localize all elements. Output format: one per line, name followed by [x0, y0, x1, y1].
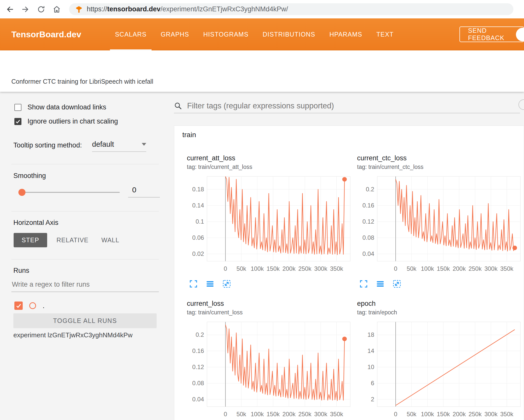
url-domain: tensorboard.dev: [107, 5, 161, 13]
chart-title: epoch: [357, 299, 522, 308]
axis-relative-button[interactable]: RELATIVE: [56, 233, 89, 247]
svg-text:200k: 200k: [453, 265, 466, 272]
reload-icon[interactable]: [35, 4, 47, 15]
main-pane: train current_att_losstag: train/current…: [165, 92, 524, 420]
current_ctc_loss-plot[interactable]: 0.040.080.120.160.2050k100k150k200k250k3…: [357, 174, 522, 275]
svg-text:50k: 50k: [237, 265, 247, 272]
run-row: .: [14, 302, 45, 310]
chart-card-current_ctc_loss: current_ctc_losstag: train/current_ctc_l…: [357, 154, 522, 288]
tab-text[interactable]: TEXT: [369, 18, 401, 50]
svg-text:300k: 300k: [314, 411, 328, 417]
current_att_loss-plot[interactable]: 0.020.060.10.140.18050k100k150k200k250k3…: [187, 174, 352, 275]
page: https://tensorboard.dev/experiment/lzGnE…: [0, 0, 524, 420]
svg-text:14: 14: [367, 347, 374, 354]
home-icon[interactable]: [51, 4, 63, 15]
tab-distributions[interactable]: DISTRIBUTIONS: [256, 18, 323, 50]
runs-label: Runs: [13, 267, 29, 275]
chart-title: current_att_loss: [187, 154, 352, 162]
svg-text:100k: 100k: [421, 265, 434, 272]
svg-text:0.02: 0.02: [192, 250, 204, 257]
svg-text:0.14: 0.14: [192, 202, 204, 209]
experiment-header: Conformer CTC training for LibriSpeech w…: [0, 50, 524, 92]
svg-text:0.08: 0.08: [192, 380, 204, 386]
filter-tags-input[interactable]: [187, 101, 520, 111]
ignore-outliers-checkbox[interactable]: [14, 118, 21, 125]
expand-card-icon[interactable]: [359, 279, 368, 288]
svg-text:250k: 250k: [469, 265, 482, 272]
toggle-series-icon[interactable]: [376, 279, 385, 288]
svg-text:0.1: 0.1: [196, 218, 204, 225]
svg-text:50k: 50k: [407, 411, 417, 417]
svg-text:300k: 300k: [484, 411, 498, 417]
tab-scalars[interactable]: SCALARS: [108, 18, 154, 50]
svg-text:0.2: 0.2: [366, 186, 374, 193]
url-bar[interactable]: https://tensorboard.dev/experiment/lzGnE…: [69, 3, 513, 15]
svg-text:6: 6: [371, 380, 374, 386]
runs-filter-input[interactable]: [11, 280, 160, 289]
svg-text:100k: 100k: [251, 265, 264, 272]
chart-tag: tag: train/current_att_loss: [187, 164, 352, 170]
chart-card-current_loss: current_losstag: train/current_loss0.040…: [187, 299, 352, 420]
url-scheme: https://: [87, 5, 107, 13]
show-download-links-row: Show data download links: [14, 103, 106, 111]
brand-title: TensorBoard.dev: [11, 18, 81, 50]
send-feedback-button[interactable]: SEND FEEDBACK: [459, 26, 524, 42]
svg-text:0: 0: [224, 265, 227, 272]
svg-text:0.06: 0.06: [192, 234, 204, 241]
svg-text:300k: 300k: [484, 265, 498, 272]
tooltip-sorting-select[interactable]: default: [92, 140, 146, 152]
tab-hparams[interactable]: HPARAMS: [322, 18, 369, 50]
svg-text:300k: 300k: [314, 265, 328, 272]
chart-tag: tag: train/current_ctc_loss: [357, 164, 522, 170]
divider: [11, 259, 159, 259]
runs-filter-field: [11, 280, 159, 292]
back-icon[interactable]: [4, 4, 16, 15]
tab-histograms[interactable]: HISTOGRAMS: [196, 18, 256, 50]
settings-sidebar: Show data download links Ignore outliers…: [0, 92, 165, 420]
chart-card-epoch: epochtag: train/epoch26101418050k100k150…: [357, 299, 522, 420]
chart-card-current_att_loss: current_att_losstag: train/current_att_l…: [187, 154, 352, 288]
divider: [11, 164, 159, 164]
svg-text:0.16: 0.16: [362, 202, 374, 209]
toggle-series-icon[interactable]: [206, 279, 215, 288]
svg-text:250k: 250k: [469, 411, 482, 417]
group-title[interactable]: train: [182, 131, 196, 139]
fit-domain-icon[interactable]: [222, 279, 231, 288]
svg-text:0.2: 0.2: [196, 331, 204, 338]
smoothing-slider-thumb[interactable]: [18, 189, 25, 196]
svg-text:100k: 100k: [421, 411, 434, 417]
svg-text:0.08: 0.08: [362, 234, 374, 241]
expand-card-icon[interactable]: [189, 279, 198, 288]
chart-title: current_loss: [187, 299, 352, 308]
axis-wall-button[interactable]: WALL: [101, 233, 119, 247]
svg-text:100k: 100k: [251, 411, 264, 417]
smoothing-value[interactable]: 0: [128, 186, 160, 197]
run-color-swatch[interactable]: [29, 302, 36, 309]
fit-domain-icon[interactable]: [392, 279, 401, 288]
chart-title: current_ctc_loss: [357, 154, 522, 162]
axis-step-button[interactable]: STEP: [14, 233, 47, 247]
experiment-id-label: experiment lzGnETjwRxC3yghNMd4kPw: [13, 331, 132, 339]
toggle-all-runs-button[interactable]: TOGGLE ALL RUNS: [13, 313, 157, 328]
epoch-plot[interactable]: 26101418050k100k150k200k250k300k350k: [357, 320, 522, 420]
smoothing-slider[interactable]: [19, 192, 120, 193]
svg-text:0: 0: [394, 411, 397, 417]
horizontal-axis-label: Horizontal Axis: [13, 219, 59, 227]
svg-text:0.18: 0.18: [192, 186, 204, 193]
svg-text:350k: 350k: [500, 265, 514, 272]
current_loss-plot[interactable]: 0.040.080.120.160.2050k100k150k200k250k3…: [187, 320, 352, 420]
run-name: .: [43, 302, 45, 310]
train-card: train current_att_losstag: train/current…: [174, 126, 524, 420]
svg-text:250k: 250k: [298, 411, 312, 417]
run-checkbox[interactable]: [14, 302, 23, 310]
tab-graphs[interactable]: GRAPHS: [154, 18, 196, 50]
forward-icon[interactable]: [20, 4, 31, 15]
check-icon: [16, 303, 22, 309]
content: Show data download links Ignore outliers…: [0, 92, 524, 420]
top-tabs: SCALARS GRAPHS HISTOGRAMS DISTRIBUTIONS …: [108, 18, 401, 50]
svg-text:0.04: 0.04: [192, 396, 204, 403]
tooltip-sorting-value: default: [92, 140, 114, 148]
charts-grid: current_att_losstag: train/current_att_l…: [187, 154, 522, 420]
chart-toolbar: [357, 279, 522, 288]
show-download-links-checkbox[interactable]: [14, 104, 21, 111]
